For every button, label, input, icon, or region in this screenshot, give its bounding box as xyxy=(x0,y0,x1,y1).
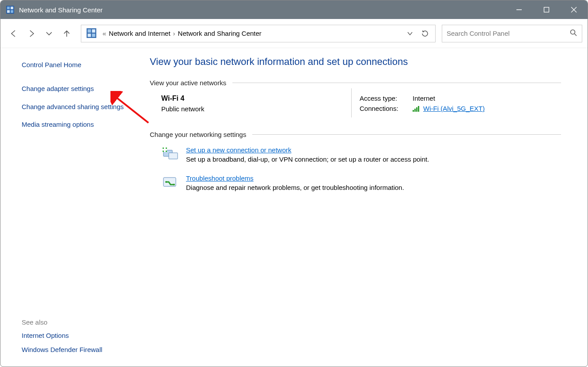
search-icon[interactable] xyxy=(569,29,577,38)
sidebar-internet-options[interactable]: Internet Options xyxy=(22,331,128,340)
window-title: Network and Sharing Center xyxy=(19,6,102,14)
breadcrumb-network-sharing-center[interactable]: Network and Sharing Center xyxy=(178,30,262,37)
svg-point-28 xyxy=(173,184,175,185)
svg-rect-17 xyxy=(413,110,414,112)
breadcrumb-network-internet[interactable]: Network and Internet xyxy=(109,30,170,37)
section-change-settings: Change your networking settings xyxy=(150,131,561,138)
address-dropdown-button[interactable] xyxy=(402,26,417,41)
toolbar: « Network and Internet › Network and Sha… xyxy=(0,19,588,48)
section-active-networks-label: View your active networks xyxy=(150,79,226,87)
minimize-button[interactable] xyxy=(505,0,533,19)
troubleshoot-link[interactable]: Troubleshoot problems xyxy=(186,174,254,182)
svg-rect-6 xyxy=(544,8,549,12)
sidebar-control-panel-home[interactable]: Control Panel Home xyxy=(22,61,128,69)
address-bar[interactable]: « Network and Internet › Network and Sha… xyxy=(81,25,436,42)
troubleshoot-icon xyxy=(161,174,180,190)
search-input[interactable] xyxy=(447,30,569,37)
section-change-settings-label: Change your networking settings xyxy=(150,131,246,138)
connection-link[interactable]: Wi-Fi (Alvi_5G_EXT) xyxy=(423,105,485,112)
setup-connection-link[interactable]: Set up a new connection or network xyxy=(186,146,291,154)
setup-connection-icon xyxy=(161,146,180,162)
recent-dropdown-button[interactable] xyxy=(40,25,58,42)
control-panel-path-icon xyxy=(87,28,97,39)
page-heading: View your basic network information and … xyxy=(150,56,561,68)
vertical-divider xyxy=(351,88,352,117)
sidebar: Control Panel Home Change adapter settin… xyxy=(0,48,137,367)
sidebar-windows-defender-firewall[interactable]: Windows Defender Firewall xyxy=(22,345,128,354)
forward-button[interactable] xyxy=(23,25,40,42)
svg-rect-11 xyxy=(87,29,91,32)
search-box[interactable] xyxy=(442,25,582,42)
access-type-value: Internet xyxy=(413,95,435,102)
svg-rect-25 xyxy=(163,149,167,151)
see-also-label: See also xyxy=(22,318,128,326)
access-type-label: Access type: xyxy=(360,95,413,102)
main-content: View your basic network information and … xyxy=(137,48,588,367)
connections-label: Connections: xyxy=(360,105,413,112)
chevron-right-icon: › xyxy=(173,30,175,37)
network-type: Public network xyxy=(161,105,351,113)
divider xyxy=(252,134,561,135)
setup-connection-desc: Set up a broadband, dial-up, or VPN conn… xyxy=(186,155,429,163)
overflow-chevron-icon[interactable]: « xyxy=(102,30,106,37)
svg-rect-12 xyxy=(92,29,95,32)
divider xyxy=(232,83,561,83)
refresh-button[interactable] xyxy=(417,26,432,41)
wifi-signal-icon xyxy=(413,106,421,112)
sidebar-change-adapter-settings[interactable]: Change adapter settings xyxy=(22,84,128,93)
back-button[interactable] xyxy=(5,25,23,42)
svg-rect-19 xyxy=(416,107,417,112)
close-button[interactable] xyxy=(560,0,588,19)
control-panel-icon xyxy=(6,5,15,14)
svg-rect-4 xyxy=(11,10,13,13)
svg-point-27 xyxy=(165,181,167,183)
svg-rect-1 xyxy=(7,7,10,9)
svg-line-16 xyxy=(575,34,577,36)
sidebar-change-advanced-sharing[interactable]: Change advanced sharing settings xyxy=(22,102,128,111)
titlebar: Network and Sharing Center xyxy=(0,0,588,19)
svg-rect-2 xyxy=(11,7,13,9)
svg-rect-20 xyxy=(418,106,419,112)
maximize-button[interactable] xyxy=(533,0,560,19)
sidebar-media-streaming[interactable]: Media streaming options xyxy=(22,120,128,129)
up-button[interactable] xyxy=(58,25,76,42)
svg-rect-3 xyxy=(7,10,10,13)
svg-rect-22 xyxy=(169,153,178,159)
troubleshoot-desc: Diagnose and repair network problems, or… xyxy=(186,184,404,191)
svg-rect-13 xyxy=(87,34,91,37)
svg-rect-18 xyxy=(414,109,416,112)
network-name: Wi-Fi 4 xyxy=(161,95,351,102)
section-active-networks: View your active networks xyxy=(150,79,561,87)
svg-point-15 xyxy=(571,30,575,34)
svg-rect-14 xyxy=(92,34,95,37)
